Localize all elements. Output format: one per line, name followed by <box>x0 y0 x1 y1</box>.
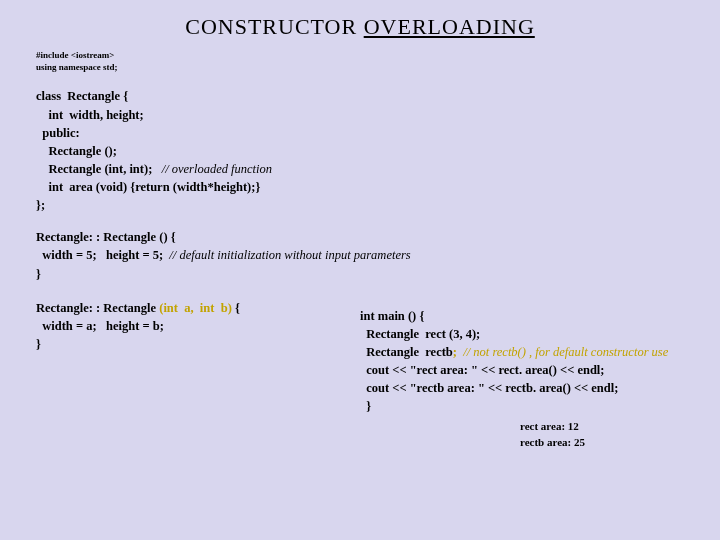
code-line: Rectangle rectb <box>360 345 453 359</box>
output-block: rect area: 12 rectb area: 25 <box>520 419 684 450</box>
code-line: }; <box>36 198 45 212</box>
code-comment: // default initialization without input … <box>169 248 410 262</box>
ctor-default-block: Rectangle: : Rectangle () { width = 5; h… <box>36 228 684 282</box>
code-line: int width, height; <box>36 108 144 122</box>
code-line: Rectangle: : Rectangle <box>36 301 159 315</box>
code-line: } <box>36 267 41 281</box>
title-underlined: OVERLOADING <box>364 14 535 39</box>
code-line: cout << "rect area: " << rect. area() <<… <box>360 363 605 377</box>
slide-title: CONSTRUCTOR OVERLOADING <box>36 14 684 40</box>
col-left: Rectangle: : Rectangle (int a, int b) { … <box>36 299 336 451</box>
title-first: CONSTRUCTOR <box>185 14 363 39</box>
code-line: } <box>360 399 371 413</box>
code-line: Rectangle (int, int); <box>36 162 162 176</box>
output-line: rect area: 12 <box>520 419 684 434</box>
code-line: width = 5; height = 5; <box>36 248 169 262</box>
code-comment-highlight: // not rectb() , for default constructor… <box>463 345 668 359</box>
code-line: Rectangle: : Rectangle () { <box>36 230 176 244</box>
slide: CONSTRUCTOR OVERLOADING #include <iostre… <box>0 0 720 540</box>
output-line: rectb area: 25 <box>520 435 684 450</box>
code-line: width = a; height = b; <box>36 319 164 333</box>
code-line: int main () { <box>360 309 424 323</box>
include-line: #include <iostream> <box>36 50 684 62</box>
col-right: int main () { Rectangle rect (3, 4); Rec… <box>360 299 684 451</box>
class-def-block: class Rectangle { int width, height; pub… <box>36 87 684 214</box>
code-line: int area (void) {return (width*height);} <box>36 180 260 194</box>
code-comment: // overloaded function <box>162 162 272 176</box>
code-line: Rectangle (); <box>36 144 117 158</box>
code-line: public: <box>36 126 80 140</box>
code-highlight: ; <box>453 345 463 359</box>
columns: Rectangle: : Rectangle (int a, int b) { … <box>36 299 684 451</box>
code-line: class Rectangle { <box>36 89 128 103</box>
code-line: { <box>232 301 240 315</box>
code-line: Rectangle rect (3, 4); <box>360 327 480 341</box>
ctor-param-block: Rectangle: : Rectangle (int a, int b) { … <box>36 299 336 353</box>
include-line: using namespace std; <box>36 62 684 74</box>
main-block: int main () { Rectangle rect (3, 4); Rec… <box>360 307 684 416</box>
code-line: } <box>36 337 41 351</box>
include-block: #include <iostream> using namespace std; <box>36 50 684 73</box>
code-highlight: (int a, int b) <box>159 301 232 315</box>
code-line: cout << "rectb area: " << rectb. area() … <box>360 381 618 395</box>
